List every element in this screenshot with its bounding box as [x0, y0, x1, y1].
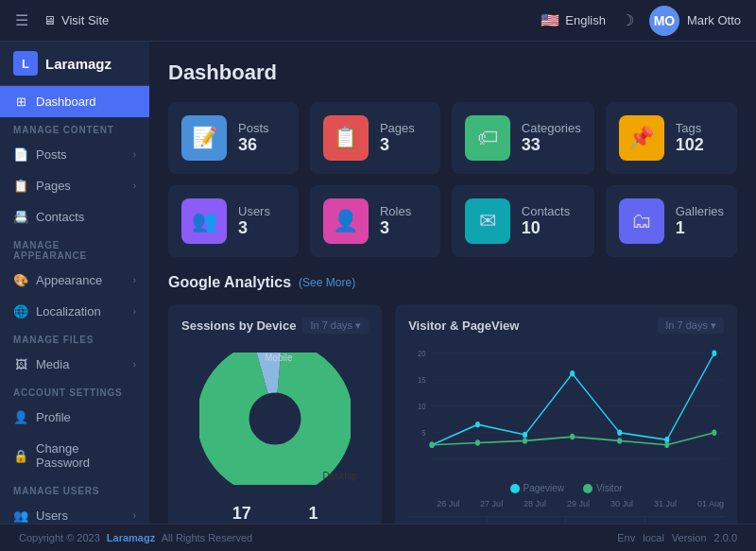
users-card-icon: 👥: [181, 198, 227, 244]
sidebar-brand: L Laramagz: [0, 42, 149, 86]
visitor-chart-title: Visitor & PageView: [408, 319, 519, 333]
section-manage-appearance: MANAGE APPEARANCE: [0, 232, 149, 265]
analytics-charts: Sessions by Device In 7 days ▾ Mobile De…: [168, 304, 737, 524]
date-2: 28 Jul: [524, 499, 546, 508]
svg-text:15: 15: [418, 374, 426, 385]
visit-site-link[interactable]: 🖥 Visit Site: [43, 13, 109, 27]
pageview-legend-dot: [510, 484, 520, 493]
dashboard-icon: ⊞: [13, 95, 28, 109]
see-more-link[interactable]: (See More): [299, 276, 355, 289]
sidebar-label-posts: Posts: [36, 147, 67, 162]
contacts-card-value: 10: [522, 218, 581, 238]
sidebar: L Laramagz ⊞ Dashboard MANAGE CONTENT 📄 …: [0, 42, 149, 524]
svg-point-21: [570, 434, 575, 439]
visitors-stat: 18 VISITORS: [645, 517, 724, 524]
card-contacts: ✉ Contacts 10: [452, 185, 594, 257]
sidebar-item-contacts[interactable]: 📇 Contacts: [0, 201, 149, 232]
categories-card-label: Categories: [522, 121, 581, 135]
categories-card-icon: 🏷: [465, 115, 510, 161]
desktop-stat: 17 DESKTOP: [217, 504, 266, 524]
arrow-icon: ›: [133, 306, 136, 317]
svg-point-23: [664, 441, 669, 447]
galleries-card-value: 1: [676, 218, 724, 238]
pages-card-value: 3: [380, 135, 427, 155]
main-content: Dashboard 📝 Posts 36 📋 Pages 3 🏷: [149, 42, 756, 524]
contacts-icon: 📇: [13, 210, 28, 224]
sidebar-label-dashboard: Dashboard: [36, 95, 96, 109]
sidebar-item-users[interactable]: 👥 Users ›: [0, 500, 149, 524]
date-6: 01 Aug: [697, 499, 724, 508]
sidebar-item-change-password[interactable]: 🔒 Change Password: [0, 433, 149, 478]
posts-icon: 📄: [13, 147, 28, 162]
roles-card-icon: 👤: [323, 198, 369, 244]
sidebar-item-profile[interactable]: 👤 Profile: [0, 402, 149, 433]
contacts-card-label: Contacts: [522, 204, 581, 218]
posts-card-value: 36: [238, 135, 285, 155]
analytics-title: Google Analytics: [168, 274, 291, 291]
card-users: 👥 Users 3: [168, 185, 299, 257]
page-title: Dashboard: [168, 60, 737, 85]
sessions-pie-chart: [199, 353, 351, 485]
users-icon: 👥: [13, 508, 28, 523]
sidebar-item-dashboard[interactable]: ⊞ Dashboard: [0, 86, 149, 117]
version-label: Version: [672, 532, 707, 543]
section-manage-files: MANAGE FILES: [0, 327, 149, 349]
date-3: 29 Jul: [567, 499, 590, 508]
svg-point-17: [712, 351, 716, 356]
pages-card-icon: 📋: [323, 115, 369, 161]
profile-icon: 👤: [13, 410, 28, 424]
svg-point-14: [570, 370, 575, 376]
sessions-chart-card: Sessions by Device In 7 days ▾ Mobile De…: [168, 304, 382, 524]
section-manage-users: MANAGE USERS: [0, 478, 149, 500]
footer-copyright: Copyright © 2023 Laramagz All Rights Res…: [19, 532, 252, 543]
sidebar-item-pages[interactable]: 📋 Pages ›: [0, 170, 149, 201]
pie-mobile-label: Mobile: [265, 353, 292, 363]
arrow-icon: ›: [133, 275, 136, 285]
visitor-legend-label: Visitor: [596, 483, 623, 493]
brand-name: Laramagz: [45, 56, 112, 72]
svg-text:5: 5: [421, 427, 425, 438]
visitor-chart-card: Visitor & PageView In 7 days ▾ 20 15: [395, 304, 737, 524]
pages-icon: 📋: [13, 179, 28, 193]
sessions-chart-title: Sessions by Device: [181, 319, 296, 333]
users-card-value: 3: [238, 218, 285, 238]
visitor-chart-svg-area: 20 15 10 5: [408, 343, 724, 475]
user-menu[interactable]: MO Mark Otto: [649, 6, 741, 36]
sidebar-item-posts[interactable]: 📄 Posts ›: [0, 139, 149, 170]
svg-point-20: [523, 438, 527, 443]
sessions-period-selector[interactable]: In 7 days ▾: [302, 318, 369, 334]
svg-point-24: [712, 430, 716, 436]
stats-grid: 📝 Posts 36 📋 Pages 3 🏷 Categories 33: [168, 102, 737, 257]
hamburger-icon[interactable]: ☰: [15, 11, 28, 29]
sidebar-item-appearance[interactable]: 🎨 Appearance ›: [0, 265, 149, 296]
tags-card-value: 102: [676, 135, 724, 155]
card-posts: 📝 Posts 36: [168, 102, 299, 174]
posts-card-label: Posts: [238, 121, 285, 135]
language-selector[interactable]: 🇺🇸 English: [541, 11, 606, 29]
visitor-stats-row: 237 PAGEVIEWS (2023) 74 VISITORS (2023) …: [408, 516, 724, 524]
roles-card-value: 3: [380, 218, 427, 238]
footer-version-info: Env local Version 2.0.0: [617, 532, 737, 543]
card-roles: 👤 Roles 3: [310, 185, 440, 257]
date-5: 31 Jul: [654, 499, 677, 508]
appearance-icon: 🎨: [13, 273, 28, 287]
sidebar-item-media[interactable]: 🖼 Media ›: [0, 349, 149, 380]
posts-card-icon: 📝: [181, 115, 227, 161]
categories-card-value: 33: [522, 135, 581, 155]
sidebar-label-pages: Pages: [36, 179, 71, 193]
pages-card-label: Pages: [380, 121, 427, 135]
sidebar-label-change-password: Change Password: [36, 441, 136, 470]
arrow-icon: ›: [133, 359, 136, 370]
galleries-card-icon: 🗂: [619, 198, 664, 244]
brand-icon: L: [13, 51, 38, 76]
visitor-period-selector[interactable]: In 7 days ▾: [658, 318, 724, 334]
svg-point-15: [617, 430, 622, 436]
moon-icon[interactable]: ☽: [621, 11, 634, 29]
pie-desktop-label: Desktop: [322, 471, 357, 481]
card-galleries: 🗂 Galleries 1: [606, 185, 737, 257]
footer: Copyright © 2023 Laramagz All Rights Res…: [0, 524, 756, 551]
users-card-label: Users: [238, 204, 285, 218]
sidebar-item-localization[interactable]: 🌐 Localization ›: [0, 296, 149, 327]
avatar: MO: [649, 6, 679, 36]
monitor-icon: 🖥: [43, 13, 56, 27]
